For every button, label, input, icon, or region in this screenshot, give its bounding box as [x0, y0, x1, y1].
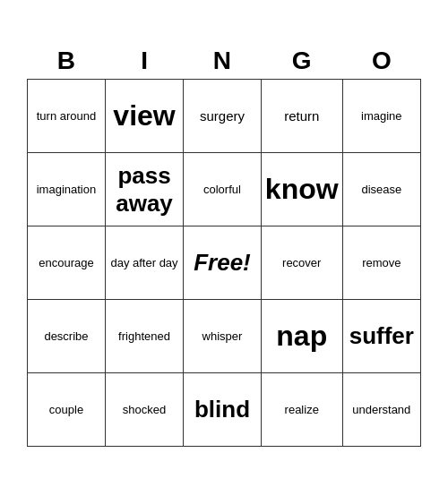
table-row: coupleshockedblindrealizeunderstand	[28, 373, 421, 447]
table-cell: day after day	[105, 226, 183, 300]
table-row: imaginationpass awaycolorfulknowdisease	[28, 153, 421, 226]
table-cell: frightened	[105, 300, 183, 373]
table-cell: blind	[184, 373, 262, 447]
bingo-table: B I N G O turn aroundviewsurgeryreturnim…	[27, 40, 421, 448]
table-cell: remove	[342, 226, 420, 300]
table-cell: recover	[261, 226, 342, 300]
table-cell: describe	[28, 300, 106, 373]
table-cell: Free!	[184, 226, 262, 300]
table-row: encourageday after dayFree!recoverremove	[28, 226, 421, 300]
table-cell: shocked	[105, 373, 183, 447]
table-cell: understand	[342, 373, 420, 447]
header-i: I	[105, 40, 183, 80]
table-cell: view	[105, 80, 183, 153]
table-cell: suffer	[342, 300, 420, 373]
table-cell: encourage	[28, 226, 106, 300]
table-cell: realize	[261, 373, 342, 447]
table-cell: pass away	[105, 153, 183, 226]
table-cell: surgery	[184, 80, 262, 153]
header-b: B	[28, 40, 106, 80]
header-o: O	[342, 40, 420, 80]
table-cell: imagine	[342, 80, 420, 153]
table-cell: return	[261, 80, 342, 153]
table-row: turn aroundviewsurgeryreturnimagine	[28, 80, 421, 153]
bingo-card: B I N G O turn aroundviewsurgeryreturnim…	[18, 31, 430, 457]
bingo-body: turn aroundviewsurgeryreturnimagineimagi…	[28, 80, 421, 447]
table-cell: nap	[261, 300, 342, 373]
table-cell: turn around	[28, 80, 106, 153]
header-row: B I N G O	[28, 40, 421, 80]
table-cell: know	[261, 153, 342, 226]
table-row: describefrightenedwhispernapsuffer	[28, 300, 421, 373]
table-cell: disease	[342, 153, 420, 226]
header-g: G	[261, 40, 342, 80]
header-n: N	[184, 40, 262, 80]
table-cell: couple	[28, 373, 106, 447]
table-cell: imagination	[28, 153, 106, 226]
table-cell: colorful	[184, 153, 262, 226]
table-cell: whisper	[184, 300, 262, 373]
